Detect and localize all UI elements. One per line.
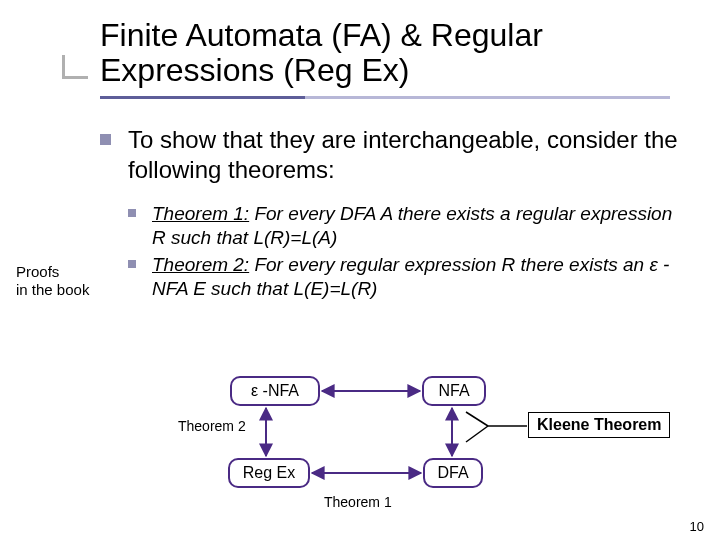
svg-line-6 xyxy=(466,426,488,442)
bullet-level1: To show that they are interchangeable, c… xyxy=(100,125,690,184)
square-bullet-icon xyxy=(100,134,111,145)
box-dfa: DFA xyxy=(423,458,483,488)
title-underline xyxy=(100,96,670,99)
svg-line-5 xyxy=(466,412,488,426)
proofs-side-label: Proofs in the book xyxy=(16,263,100,299)
box-regex: Reg Ex xyxy=(228,458,310,488)
theorem-1: Theorem 1: For every DFA A there exists … xyxy=(128,202,690,251)
label-theorem-1: Theorem 1 xyxy=(324,494,392,510)
title-ornament xyxy=(62,55,88,79)
theorem-2: Theorem 2: For every regular expression … xyxy=(128,253,690,302)
square-bullet-icon xyxy=(128,209,136,217)
slide-title: Finite Automata (FA) & Regular Expressio… xyxy=(100,18,690,88)
box-e-nfa: ε -NFA xyxy=(230,376,320,406)
theorem-1-label: Theorem 1: xyxy=(152,203,249,224)
page-number: 10 xyxy=(690,519,704,534)
box-nfa: NFA xyxy=(422,376,486,406)
label-kleene-theorem: Kleene Theorem xyxy=(528,412,670,438)
bullet-level1-text: To show that they are interchangeable, c… xyxy=(128,126,678,182)
label-theorem-2: Theorem 2 xyxy=(178,418,246,434)
theorem-2-label: Theorem 2: xyxy=(152,254,249,275)
square-bullet-icon xyxy=(128,260,136,268)
equivalence-diagram: ε -NFA NFA Reg Ex DFA Theorem 2 Theorem … xyxy=(0,370,720,520)
